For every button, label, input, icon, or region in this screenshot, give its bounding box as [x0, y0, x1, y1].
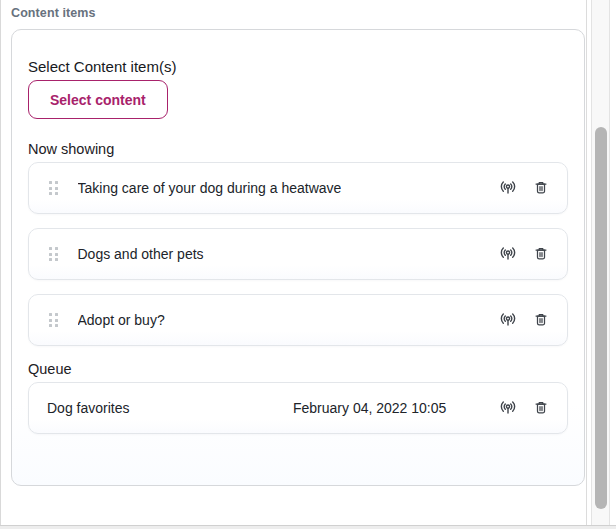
now-showing-item: Dogs and other pets	[28, 228, 568, 280]
select-content-button[interactable]: Select content	[28, 80, 168, 119]
broadcast-icon[interactable]	[498, 398, 518, 418]
item-title: Dogs and other pets	[78, 246, 204, 262]
trash-icon[interactable]	[531, 244, 551, 264]
property-label: Content items	[11, 6, 96, 20]
item-title: Adopt or buy?	[78, 312, 165, 328]
trash-icon[interactable]	[531, 310, 551, 330]
trash-icon[interactable]	[531, 398, 551, 418]
drag-handle-icon[interactable]	[47, 244, 60, 264]
broadcast-icon[interactable]	[498, 244, 518, 264]
drag-handle-icon[interactable]	[47, 310, 60, 330]
now-showing-item: Adopt or buy?	[28, 294, 568, 346]
item-title: Taking care of your dog during a heatwav…	[78, 180, 342, 196]
content-items-panel: Select Content item(s) Select content No…	[11, 29, 585, 486]
select-content-label: Select Content item(s)	[28, 58, 568, 75]
vertical-scrollbar-track[interactable]	[591, 0, 610, 529]
item-scheduled-date: February 04, 2022 10:05	[293, 400, 446, 416]
vertical-scrollbar-thumb[interactable]	[595, 127, 607, 509]
now-showing-label: Now showing	[28, 141, 568, 157]
now-showing-list: Taking care of your dog during a heatwav…	[28, 162, 568, 346]
broadcast-icon[interactable]	[498, 310, 518, 330]
queue-list: Dog favorites February 04, 2022 10:05	[28, 382, 568, 434]
content-right-border	[586, 0, 587, 529]
drag-handle-icon[interactable]	[47, 178, 60, 198]
queue-item: Dog favorites February 04, 2022 10:05	[28, 382, 568, 434]
trash-icon[interactable]	[531, 178, 551, 198]
broadcast-icon[interactable]	[498, 178, 518, 198]
window-left-border	[0, 0, 1, 529]
queue-label: Queue	[28, 361, 568, 377]
item-title: Dog favorites	[47, 400, 293, 416]
window-bottom-border	[0, 525, 616, 529]
now-showing-item: Taking care of your dog during a heatwav…	[28, 162, 568, 214]
